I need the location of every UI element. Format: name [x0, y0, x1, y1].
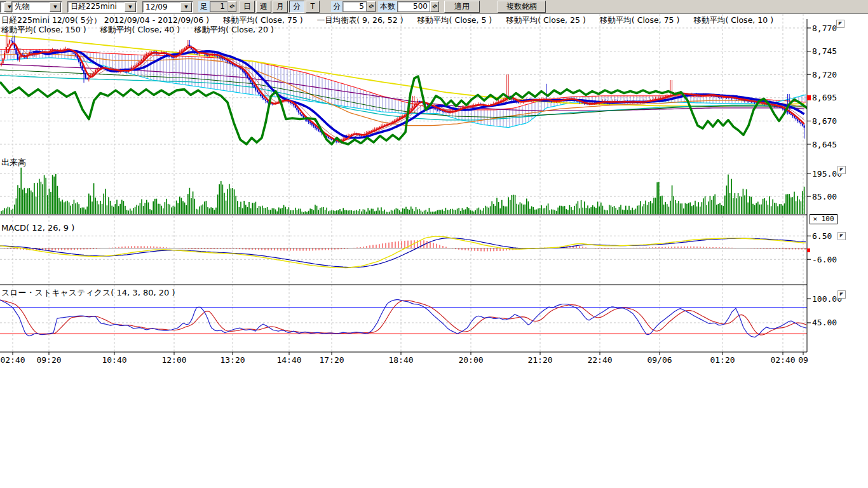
- svg-text:6.50: 6.50: [812, 231, 832, 241]
- bar-count-label: 本数: [378, 1, 397, 12]
- indicator-header-item: 移動平均( Close, 75 ): [223, 15, 303, 25]
- svg-text:8,695: 8,695: [812, 93, 837, 102]
- macd-panel-series: [0, 236, 807, 268]
- indicator-header-item: 移動平均( Close, 20 ): [194, 25, 274, 34]
- chevron-down-icon[interactable]: ▼: [50, 2, 61, 12]
- candlesticks: [1, 32, 805, 144]
- period-button-週[interactable]: 週: [256, 1, 271, 13]
- svg-text:09:20: 09:20: [36, 355, 61, 365]
- svg-text:09: 09: [798, 355, 808, 365]
- svg-text:20:00: 20:00: [458, 355, 483, 365]
- minute-label: 分: [331, 1, 342, 12]
- toolbar: ▼ 先物 ▼ 日経225mini ▼ 12/09 ▼ 足 1 ⇵ 日週月分T 分…: [0, 0, 868, 14]
- svg-text:14:40: 14:40: [276, 355, 301, 365]
- symbol-combo-value: 日経225mini: [71, 1, 124, 12]
- stoch-panel-label: スロー・ストキャスティクス( 14, 3, 80, 20 ): [1, 287, 175, 299]
- period-button-T[interactable]: T: [306, 1, 320, 13]
- period-button-月[interactable]: 月: [273, 1, 288, 13]
- svg-text:85.00: 85.00: [812, 192, 837, 201]
- svg-text:18:40: 18:40: [388, 355, 413, 365]
- bar-interval-field[interactable]: 1: [210, 1, 227, 12]
- svg-text:8,745: 8,745: [812, 46, 837, 56]
- bar-count-field[interactable]: 500: [397, 1, 430, 12]
- indicator-header-line2: 移動平均( Close, 150 )移動平均( Close, 40 )移動平均(…: [1, 25, 288, 36]
- svg-text:09/06: 09/06: [647, 355, 672, 365]
- market-combo-value: 先物: [15, 1, 49, 12]
- contract-month-combo[interactable]: 12/09 ▼: [142, 1, 193, 13]
- volume-bars: [1, 168, 804, 214]
- svg-text:13:20: 13:20: [220, 355, 245, 365]
- chevron-down-icon[interactable]: ▼: [125, 2, 136, 12]
- svg-text:-6.00: -6.00: [812, 255, 837, 264]
- svg-text:21:20: 21:20: [527, 355, 552, 365]
- stochastics-series: [0, 300, 807, 337]
- bar-type-label: 足: [198, 1, 210, 12]
- period-button-group: 日週月分T: [240, 1, 320, 13]
- spinner-icon[interactable]: ⇵: [367, 1, 376, 12]
- volume-multiplier-badge: × 100: [810, 214, 837, 224]
- indicator-header-item: 移動平均( Close, 10 ): [693, 15, 773, 25]
- symbol-combo[interactable]: 日経225mini ▼: [67, 1, 137, 13]
- indicator-header-item: 移動平均( Close, 5 ): [417, 15, 492, 25]
- svg-text:12:00: 12:00: [161, 355, 186, 365]
- svg-text:8,645: 8,645: [812, 140, 837, 149]
- spinner-icon[interactable]: ⇵: [227, 1, 236, 12]
- indicator-header-item: 移動平均( Close, 75 ): [600, 15, 680, 25]
- svg-text:22:40: 22:40: [587, 355, 612, 365]
- svg-text:17:20: 17:20: [319, 355, 344, 365]
- svg-text:8,670: 8,670: [812, 116, 837, 126]
- indicator-header-item: 移動平均( Close, 150 ): [1, 25, 86, 34]
- indicator-header-item: 移動平均( Close, 25 ): [506, 15, 586, 25]
- minute-value-field[interactable]: 5: [342, 1, 367, 12]
- contract-month-combo-value: 12/09: [146, 3, 180, 11]
- svg-text:8,770: 8,770: [812, 24, 837, 33]
- svg-text:45.00: 45.00: [812, 318, 837, 327]
- svg-text:01:20: 01:20: [710, 355, 735, 365]
- panel-resize-cursor[interactable]: ◤: [837, 166, 846, 174]
- panel-resize-cursor[interactable]: ◤: [836, 20, 844, 28]
- svg-text:8,720: 8,720: [812, 70, 837, 79]
- indicator-header-item: 一目均衡表( 9, 26, 52 ): [317, 15, 403, 25]
- chevron-down-icon[interactable]: ▼: [180, 2, 192, 12]
- symbol-type-combo-stub[interactable]: ▼: [0, 1, 6, 13]
- period-button-分[interactable]: 分: [289, 1, 304, 13]
- spinner-icon[interactable]: ⇵: [430, 1, 439, 12]
- ma-lines-thin: [0, 36, 804, 126]
- panel-resize-cursor[interactable]: ◤: [837, 290, 846, 299]
- green-indicator-line: [0, 76, 808, 144]
- panel-resize-cursor[interactable]: ◤: [837, 232, 846, 240]
- chart-canvas[interactable]: 8,7708,7458,7208,6958,6708,645195.0085.0…: [0, 14, 868, 369]
- indicator-header-item: 日経225mini 12/09( 5分） 2012/09/04 - 2012/0…: [1, 15, 209, 25]
- period-button-日[interactable]: 日: [240, 1, 255, 13]
- market-combo[interactable]: 先物 ▼: [11, 1, 62, 13]
- macd-panel-label: MACD( 12, 26, 9 ): [1, 223, 74, 233]
- volume-panel-label: 出来高: [1, 157, 26, 168]
- apply-button[interactable]: 適用: [444, 1, 480, 13]
- multi-symbol-button[interactable]: 複数銘柄: [498, 1, 546, 13]
- svg-text:10:40: 10:40: [102, 355, 126, 365]
- svg-text:02:40: 02:40: [0, 355, 25, 365]
- svg-text:02:40: 02:40: [770, 355, 795, 365]
- indicator-header-item: 移動平均( Close, 40 ): [100, 25, 180, 34]
